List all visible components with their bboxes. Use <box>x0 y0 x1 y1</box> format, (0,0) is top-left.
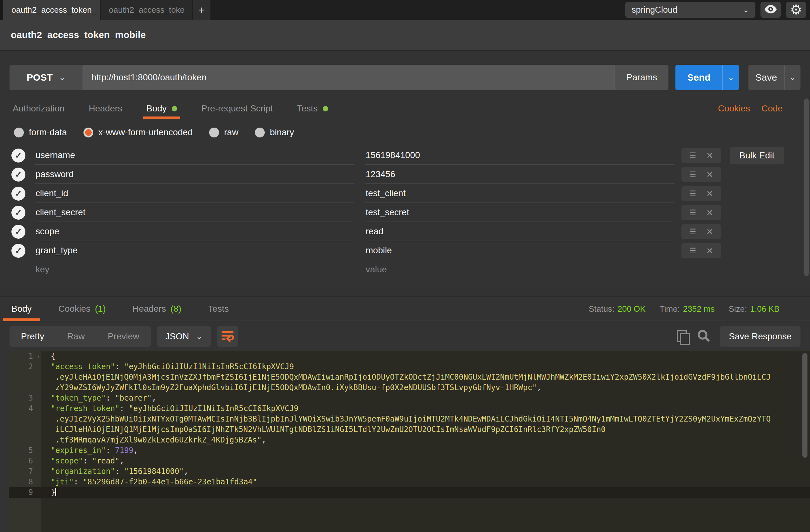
environment-selector[interactable]: springCloud ⌄ <box>625 2 756 18</box>
row-checkbox[interactable]: ✓ <box>12 225 26 239</box>
request-tab-active[interactable]: oauth2_access_token_ ✕ <box>3 0 100 20</box>
body-mode-form-data[interactable]: form-data <box>14 127 67 138</box>
send-options-button[interactable]: ⌄ <box>723 65 739 90</box>
delete-row-icon[interactable]: ✕ <box>706 227 713 237</box>
body-mode-raw[interactable]: raw <box>209 127 238 138</box>
value-field[interactable]: test_secret <box>365 203 675 222</box>
tab-authorization[interactable]: Authorization <box>13 98 64 119</box>
value-field[interactable]: mobile <box>365 241 675 260</box>
eye-icon <box>764 4 777 15</box>
line-number: 1▾ <box>9 351 40 361</box>
body-mode-binary[interactable]: binary <box>255 127 294 138</box>
response-tab-count: (8) <box>171 304 181 314</box>
value-field[interactable]: 123456 <box>365 165 675 184</box>
chevron-down-icon: ⌄ <box>789 73 796 82</box>
key-field[interactable]: client_id <box>35 184 354 203</box>
delete-row-icon[interactable]: ✕ <box>706 189 713 199</box>
response-tab-count: (1) <box>95 304 106 314</box>
row-checkbox[interactable]: ✓ <box>12 206 26 220</box>
wrap-text-button[interactable] <box>217 326 238 346</box>
environment-quick-look-button[interactable] <box>761 2 781 18</box>
row-checkbox-cell: ✓ <box>10 206 35 220</box>
send-button[interactable]: Send <box>676 65 723 90</box>
delete-row-icon[interactable]: ✕ <box>706 246 713 256</box>
row-checkbox[interactable]: ✓ <box>12 187 26 200</box>
format-selector[interactable]: JSON ⌄ <box>157 326 211 346</box>
request-tab-inactive[interactable]: oauth2_access_token_passw <box>100 0 192 20</box>
body-mode-x-www-form-urlencoded[interactable]: x-www-form-urlencoded <box>83 127 193 138</box>
response-tab-tests[interactable]: Tests <box>208 297 228 321</box>
row-checkbox[interactable]: ✓ <box>12 167 26 181</box>
radio-icon[interactable] <box>209 128 219 138</box>
environment-name: springCloud <box>632 5 677 15</box>
tab-label: Tests <box>297 103 318 114</box>
row-checkbox[interactable]: ✓ <box>12 148 26 162</box>
method-selector[interactable]: POST ⌄ <box>10 65 83 90</box>
radio-icon[interactable] <box>255 128 265 138</box>
value-field[interactable]: 15619841000 <box>365 146 675 165</box>
row-checkbox[interactable]: ✓ <box>12 244 26 258</box>
row-actions: ☰✕ <box>681 167 721 182</box>
view-mode-raw[interactable]: Raw <box>55 332 96 341</box>
save-split-button: Save ⌄ <box>748 65 800 90</box>
key-field[interactable]: scope <box>35 222 354 241</box>
new-tab-button[interactable]: + <box>192 0 210 20</box>
drag-handle-icon[interactable]: ☰ <box>690 246 696 255</box>
code-text: .tf3MRmqavA7mjZXl9w0ZkLxed6UZkrkZ_4KDjg5… <box>40 435 810 445</box>
save-response-button[interactable]: Save Response <box>720 326 800 346</box>
drag-handle-icon[interactable]: ☰ <box>690 208 696 217</box>
save-button[interactable]: Save <box>748 65 784 90</box>
view-mode-pretty[interactable]: Pretty <box>10 332 55 341</box>
key-placeholder-field[interactable]: key <box>35 260 354 279</box>
cookies-link[interactable]: Cookies <box>718 103 750 114</box>
key-field[interactable]: grant_type <box>35 241 354 260</box>
tab-headers[interactable]: Headers <box>88 98 122 119</box>
copy-icon[interactable] <box>677 330 687 343</box>
key-field[interactable]: password <box>35 165 354 184</box>
drag-handle-icon[interactable]: ☰ <box>690 189 696 198</box>
builder-scrollbar[interactable] <box>804 98 809 276</box>
tab-pre-request-script[interactable]: Pre-request Script <box>201 98 273 119</box>
response-tab-body[interactable]: Body <box>12 297 32 321</box>
delete-row-icon[interactable]: ✕ <box>706 208 713 218</box>
row-actions-cell: ☰✕ <box>681 205 721 220</box>
search-icon[interactable] <box>697 329 710 344</box>
response-tab-headers[interactable]: Headers(8) <box>132 297 181 321</box>
key-field[interactable]: client_secret <box>35 203 354 222</box>
response-tab-cookies[interactable]: Cookies(1) <box>59 297 106 321</box>
key-field[interactable]: username <box>35 146 354 165</box>
url-text: http://host1:8000/oauth/token <box>92 72 207 82</box>
editor-scrollbar[interactable] <box>803 353 808 458</box>
gear-icon: ⚙ <box>790 3 802 16</box>
row-actions: ☰✕ <box>681 205 721 220</box>
delete-row-icon[interactable]: ✕ <box>706 170 713 180</box>
code-text: .eyJleHAiOjE1NjQ0MjA3MjcsInVzZXJfbmFtZSI… <box>40 372 810 383</box>
code-link[interactable]: Code <box>761 103 783 114</box>
radio-icon[interactable] <box>14 128 24 138</box>
fold-arrow-icon[interactable]: ▾ <box>37 351 40 361</box>
params-button[interactable]: Params <box>615 65 668 90</box>
response-tabs: BodyCookies(1)Headers(8)Tests Status:200… <box>0 297 810 321</box>
response-body-editor[interactable]: 1▾{2"access_token": "eyJhbGciOiJIUzI1NiI… <box>9 351 810 532</box>
bulk-edit-button[interactable]: Bulk Edit <box>730 147 784 164</box>
settings-button[interactable]: ⚙ <box>786 2 806 18</box>
status-badge: Status:200 OK <box>589 304 646 314</box>
delete-row-icon[interactable]: ✕ <box>706 151 713 161</box>
wrap-text-icon <box>221 330 234 343</box>
value-placeholder-field[interactable]: value <box>365 260 675 279</box>
value-field[interactable]: read <box>365 222 675 241</box>
form-row: ✓client_secrettest_secret☰✕ <box>10 203 800 222</box>
drag-handle-icon[interactable]: ☰ <box>690 227 696 236</box>
drag-handle-icon[interactable]: ☰ <box>690 151 696 160</box>
form-row: ✓username15619841000☰✕ <box>10 146 800 165</box>
drag-handle-icon[interactable]: ☰ <box>690 170 696 179</box>
save-options-button[interactable]: ⌄ <box>784 65 800 90</box>
value-field[interactable]: test_client <box>365 184 675 203</box>
line-number: 9 <box>9 487 40 498</box>
radio-selected-icon[interactable] <box>83 128 93 138</box>
url-input[interactable]: http://host1:8000/oauth/token <box>83 65 615 90</box>
tab-body[interactable]: Body <box>146 98 177 119</box>
code-text: "access_token": "eyJhbGciOiJIUzI1NiIsInR… <box>40 361 810 372</box>
view-mode-preview[interactable]: Preview <box>96 332 151 341</box>
tab-tests[interactable]: Tests <box>297 98 328 119</box>
